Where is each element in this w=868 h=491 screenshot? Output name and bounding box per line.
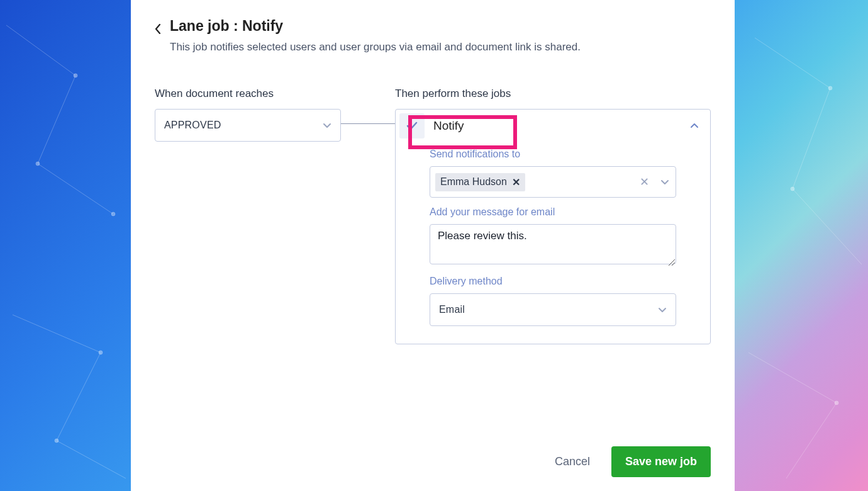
back-icon[interactable] [155, 24, 161, 34]
job-title: Notify [433, 119, 690, 133]
svg-line-10 [786, 403, 837, 478]
message-textarea[interactable] [430, 224, 676, 264]
svg-line-9 [748, 353, 837, 403]
save-button[interactable]: Save new job [611, 446, 711, 477]
svg-point-14 [99, 351, 103, 354]
svg-point-15 [55, 439, 58, 443]
job-header[interactable]: Notify [396, 110, 710, 142]
jobs-label: Then perform these jobs [395, 87, 711, 100]
trigger-label: When document reaches [155, 87, 341, 100]
cancel-button[interactable]: Cancel [555, 455, 590, 468]
chevron-down-icon [658, 305, 667, 314]
chevron-up-icon[interactable] [690, 121, 699, 130]
connector-line [341, 123, 395, 124]
delivery-label: Delivery method [430, 276, 676, 287]
chip-remove-icon[interactable]: ✕ [512, 176, 520, 188]
chevron-down-icon [323, 121, 331, 130]
page-title: Lane job : Notify [170, 18, 711, 35]
recipient-chip: Emma Hudson ✕ [435, 173, 525, 191]
message-label: Add your message for email [430, 206, 676, 218]
delivery-value: Email [439, 304, 658, 315]
page-subtitle: This job notifies selected users and use… [170, 41, 711, 54]
svg-line-5 [57, 441, 126, 478]
clear-all-icon[interactable]: ✕ [640, 175, 649, 189]
svg-line-2 [38, 164, 113, 214]
svg-point-13 [111, 212, 115, 216]
lane-job-modal: Lane job : Notify This job notifies sele… [131, 0, 735, 491]
svg-line-1 [38, 76, 75, 164]
svg-point-17 [791, 187, 794, 191]
recipient-chip-label: Emma Hudson [440, 176, 507, 188]
svg-point-11 [74, 74, 77, 77]
check-icon [406, 120, 418, 132]
svg-line-3 [13, 315, 101, 353]
svg-line-7 [793, 88, 830, 189]
svg-point-16 [828, 86, 832, 90]
check-tile [399, 113, 425, 138]
svg-line-8 [793, 189, 862, 264]
chevron-down-icon[interactable] [660, 178, 669, 186]
job-card-notify: Notify Send notifications to Emma Hudson… [395, 109, 711, 344]
svg-line-0 [6, 25, 75, 76]
recipients-label: Send notifications to [430, 149, 676, 160]
trigger-select[interactable]: APPROVED [155, 109, 341, 142]
trigger-value: APPROVED [164, 120, 323, 131]
delivery-select[interactable]: Email [430, 293, 676, 326]
svg-point-18 [835, 401, 838, 405]
recipients-input[interactable]: Emma Hudson ✕ ✕ [430, 166, 676, 198]
svg-line-6 [755, 38, 830, 88]
svg-line-4 [57, 353, 101, 441]
svg-point-12 [36, 162, 40, 166]
